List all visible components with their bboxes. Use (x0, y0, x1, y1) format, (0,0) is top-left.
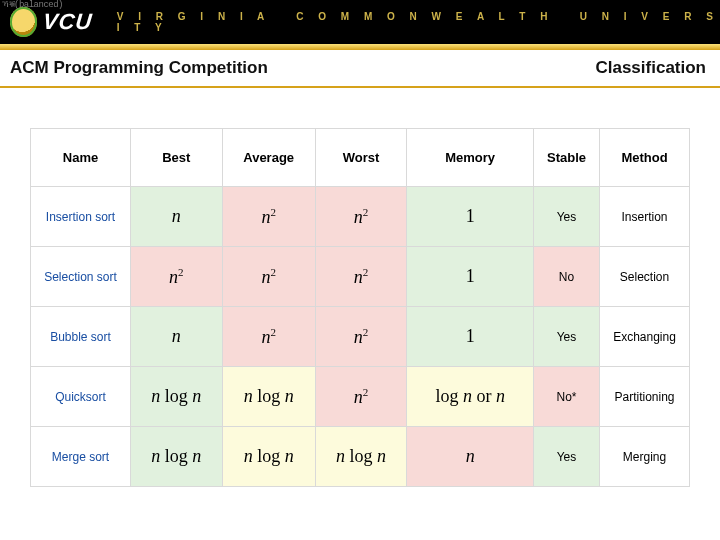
cell-name: Merge sort (31, 427, 131, 487)
page-title-left: ACM Programming Competition (10, 58, 268, 78)
table-row: Insertion sortnn2n21YesInsertion (31, 187, 690, 247)
cell-name: Bubble sort (31, 307, 131, 367)
cell-worst: n2 (315, 247, 407, 307)
cell-worst: n2 (315, 307, 407, 367)
cell-average: n2 (222, 187, 315, 247)
vcu-logo: VCU V I R G I N I A C O M M O N W E A L … (10, 7, 720, 37)
slide: ኻቑ(balanced) VCU V I R G I N I A C O M M… (0, 0, 720, 540)
page-title-right: Classification (595, 58, 706, 78)
cell-stable: Yes (534, 307, 600, 367)
cell-method: Selection (600, 247, 690, 307)
cell-average: n log n (222, 367, 315, 427)
cell-best: n2 (131, 247, 223, 307)
table-header-row: Name Best Average Worst Memory Stable Me… (31, 129, 690, 187)
cell-worst: n2 (315, 367, 407, 427)
cell-stable: No* (534, 367, 600, 427)
banner: ኻቑ(balanced) VCU V I R G I N I A C O M M… (0, 0, 720, 44)
content-area: Name Best Average Worst Memory Stable Me… (0, 87, 720, 540)
table-row: Selection sortn2n2n21NoSelection (31, 247, 690, 307)
cell-worst: n2 (315, 187, 407, 247)
cell-name: Insertion sort (31, 187, 131, 247)
col-name: Name (31, 129, 131, 187)
cell-memory: 1 (407, 247, 534, 307)
cell-best: n log n (131, 427, 223, 487)
cell-method: Exchanging (600, 307, 690, 367)
sort-table: Name Best Average Worst Memory Stable Me… (30, 128, 690, 487)
cell-method: Insertion (600, 187, 690, 247)
cell-best: n log n (131, 367, 223, 427)
table-row: Bubble sortnn2n21YesExchanging (31, 307, 690, 367)
cell-average: n2 (222, 247, 315, 307)
table-row: Merge sortn log nn log nn log nnYesMergi… (31, 427, 690, 487)
cell-stable: Yes (534, 187, 600, 247)
vcu-short: VCU (42, 9, 94, 35)
cell-memory: 1 (407, 307, 534, 367)
cell-average: n log n (222, 427, 315, 487)
col-stable: Stable (534, 129, 600, 187)
vcu-seal-icon (10, 7, 37, 37)
cell-worst: n log n (315, 427, 407, 487)
cell-stable: No (534, 247, 600, 307)
col-memory: Memory (407, 129, 534, 187)
table-body: Insertion sortnn2n21YesInsertionSelectio… (31, 187, 690, 487)
cell-name: Quicksort (31, 367, 131, 427)
col-best: Best (131, 129, 223, 187)
cell-method: Merging (600, 427, 690, 487)
cell-best: n (131, 307, 223, 367)
cell-memory: 1 (407, 187, 534, 247)
cell-stable: Yes (534, 427, 600, 487)
table-row: Quicksortn log nn log nn2log n or nNo*Pa… (31, 367, 690, 427)
col-average: Average (222, 129, 315, 187)
titlebar: ACM Programming Competition Classificati… (0, 50, 720, 86)
col-worst: Worst (315, 129, 407, 187)
cell-method: Partitioning (600, 367, 690, 427)
col-method: Method (600, 129, 690, 187)
cell-memory: n (407, 427, 534, 487)
cell-average: n2 (222, 307, 315, 367)
cell-best: n (131, 187, 223, 247)
vcu-long: V I R G I N I A C O M M O N W E A L T H … (117, 11, 720, 33)
cell-memory: log n or n (407, 367, 534, 427)
cell-name: Selection sort (31, 247, 131, 307)
